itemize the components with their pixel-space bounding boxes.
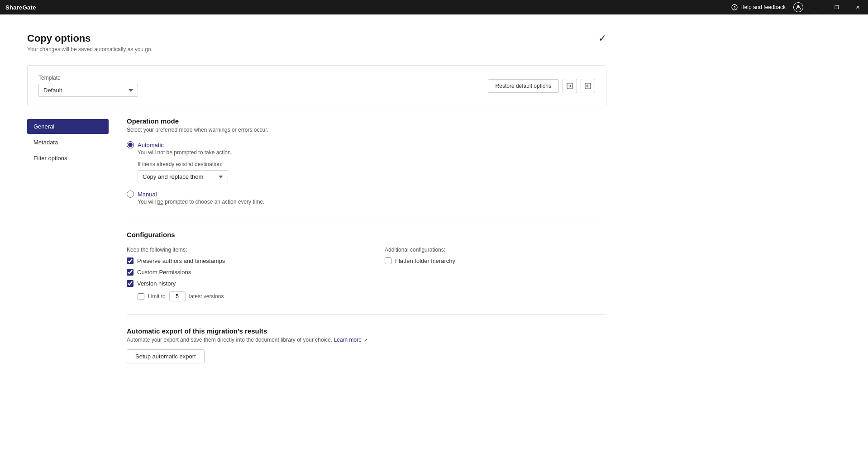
preserve-authors-row: Preserve authors and timestamps bbox=[127, 257, 348, 264]
additional-config-col: Additional configurations: Flatten folde… bbox=[385, 247, 606, 301]
version-history-row: Version history bbox=[127, 280, 348, 287]
template-left: Template Default Custom 1 Custom 2 bbox=[38, 75, 138, 97]
content-area: Operation mode Select your preferred mod… bbox=[109, 117, 606, 363]
minimize-button[interactable]: – bbox=[806, 0, 826, 14]
sidebar-item-filter-options[interactable]: Filter options bbox=[27, 151, 109, 166]
custom-permissions-checkbox[interactable] bbox=[127, 269, 134, 276]
automatic-description: You will not be prompted to take action. bbox=[138, 149, 606, 156]
sidebar-item-general[interactable]: General bbox=[27, 119, 109, 134]
template-actions: Restore default options bbox=[488, 79, 595, 93]
template-select[interactable]: Default Custom 1 Custom 2 bbox=[38, 84, 138, 97]
import-icon bbox=[585, 83, 591, 89]
automatic-radio-label[interactable]: Automatic bbox=[138, 142, 164, 148]
limit-before-label[interactable]: Limit to bbox=[148, 293, 166, 300]
titlebar: ShareGate ? Help and feedback – ❐ ✕ bbox=[0, 0, 868, 14]
operation-mode-subtitle: Select your preferred mode when warnings… bbox=[127, 127, 606, 133]
titlebar-left: ShareGate bbox=[5, 4, 36, 11]
keep-items-title: Keep the following items: bbox=[127, 247, 348, 253]
account-avatar bbox=[793, 2, 803, 12]
manual-label-row: Manual bbox=[127, 191, 606, 198]
export-icon bbox=[567, 83, 573, 89]
auto-export-desc: Automate your export and save them direc… bbox=[127, 337, 606, 343]
config-columns: Keep the following items: Preserve autho… bbox=[127, 247, 606, 301]
manual-radio[interactable] bbox=[127, 191, 134, 198]
sidebar-item-metadata[interactable]: Metadata bbox=[27, 135, 109, 150]
configurations-title: Configurations bbox=[127, 231, 606, 238]
custom-permissions-label[interactable]: Custom Permissions bbox=[137, 269, 191, 276]
setup-export-button[interactable]: Setup automatic export bbox=[127, 349, 205, 363]
operation-mode-section: Operation mode Select your preferred mod… bbox=[127, 117, 606, 205]
import-template-button[interactable] bbox=[581, 79, 595, 93]
manual-description: You will be prompted to choose an action… bbox=[138, 199, 606, 205]
automatic-radio[interactable] bbox=[127, 141, 134, 148]
flatten-folder-checkbox[interactable] bbox=[385, 257, 391, 264]
template-label: Template bbox=[38, 75, 138, 81]
limit-versions-input[interactable] bbox=[169, 291, 186, 301]
items-exist-select[interactable]: Copy and replace them Skip Create new ve… bbox=[138, 170, 228, 183]
close-button[interactable]: ✕ bbox=[847, 0, 868, 14]
custom-permissions-row: Custom Permissions bbox=[127, 269, 348, 276]
titlebar-right: ? Help and feedback – ❐ ✕ bbox=[726, 0, 868, 14]
divider-2 bbox=[127, 314, 606, 315]
sub-option-label: If items already exist at destination: bbox=[138, 161, 606, 167]
version-history-label[interactable]: Version history bbox=[137, 280, 176, 287]
manual-radio-label[interactable]: Manual bbox=[138, 191, 157, 198]
auto-export-title: Automatic export of this migration's res… bbox=[127, 327, 606, 335]
restore-defaults-button[interactable]: Restore default options bbox=[488, 79, 559, 93]
export-template-button[interactable] bbox=[563, 79, 577, 93]
page-subtitle: Your changes will be saved automatically… bbox=[27, 46, 606, 52]
limit-row: Limit to latest versions bbox=[138, 291, 348, 301]
preserve-authors-label[interactable]: Preserve authors and timestamps bbox=[137, 257, 225, 264]
template-section: Template Default Custom 1 Custom 2 Resto… bbox=[27, 65, 606, 106]
app-logo: ShareGate bbox=[5, 4, 36, 11]
additional-title: Additional configurations: bbox=[385, 247, 606, 253]
auto-sub-option: If items already exist at destination: C… bbox=[138, 161, 606, 183]
flatten-folder-label[interactable]: Flatten folder hierarchy bbox=[395, 257, 455, 264]
confirm-check-icon[interactable]: ✓ bbox=[598, 33, 606, 44]
sidebar: General Metadata Filter options bbox=[27, 117, 109, 363]
learn-more-link[interactable]: Learn more bbox=[334, 337, 362, 343]
svg-text:?: ? bbox=[733, 5, 736, 10]
auto-export-section: Automatic export of this migration's res… bbox=[127, 327, 606, 363]
keep-items-col: Keep the following items: Preserve autho… bbox=[127, 247, 348, 301]
account-icon bbox=[796, 5, 801, 10]
divider-1 bbox=[127, 218, 606, 218]
version-history-checkbox[interactable] bbox=[127, 280, 134, 287]
help-icon: ? bbox=[731, 4, 738, 10]
preserve-authors-checkbox[interactable] bbox=[127, 257, 134, 264]
account-button[interactable] bbox=[791, 0, 806, 14]
operation-mode-title: Operation mode bbox=[127, 117, 606, 125]
automatic-option: Automatic You will not be prompted to ta… bbox=[127, 141, 606, 183]
automatic-label-row: Automatic bbox=[127, 141, 606, 148]
help-feedback-button[interactable]: ? Help and feedback bbox=[726, 0, 791, 14]
page-title: Copy options bbox=[27, 33, 606, 44]
main-content: ✓ Copy options Your changes will be save… bbox=[0, 14, 634, 381]
configurations-section: Configurations Keep the following items:… bbox=[127, 231, 606, 301]
external-link-icon: ↗ bbox=[364, 338, 367, 343]
restore-button[interactable]: ❐ bbox=[826, 0, 847, 14]
two-col-layout: General Metadata Filter options Operatio… bbox=[27, 117, 606, 363]
limit-checkbox[interactable] bbox=[138, 293, 144, 300]
manual-option: Manual You will be prompted to choose an… bbox=[127, 191, 606, 205]
flatten-folder-row: Flatten folder hierarchy bbox=[385, 257, 606, 264]
limit-after-label: latest versions bbox=[189, 293, 224, 300]
operation-mode-radio-group: Automatic You will not be prompted to ta… bbox=[127, 141, 606, 205]
